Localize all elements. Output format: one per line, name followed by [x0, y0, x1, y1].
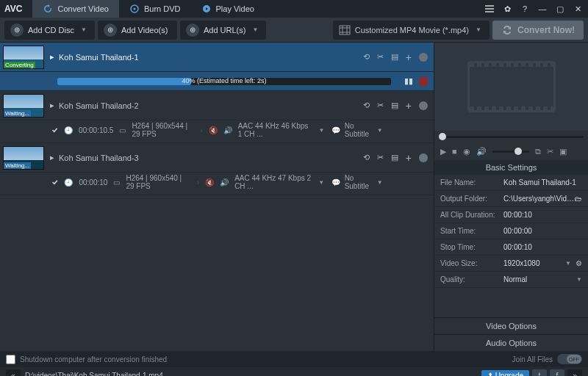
tab-convert-video[interactable]: Convert Video: [32, 0, 119, 18]
mute-icon[interactable]: 🔇: [209, 126, 218, 134]
tab-play-video[interactable]: Play Video: [191, 0, 265, 18]
check-icon: [51, 126, 58, 134]
file-name: Koh Samui Thailand-1: [59, 53, 139, 62]
button-label: Add URL(s): [204, 26, 245, 35]
chevron-down-icon[interactable]: ▼: [565, 260, 571, 267]
edit-icon[interactable]: ▤: [391, 52, 398, 62]
list-item[interactable]: Waiting... ▸Koh Samui Thailand-3 ⟲ ✂ ▤ +: [0, 143, 434, 173]
refresh-icon[interactable]: ⟲: [363, 153, 370, 162]
disc-icon: [129, 4, 140, 14]
list-item[interactable]: Converting ▸Koh Samui Thailand-1 ⟲ ✂ ▤ +: [0, 43, 434, 72]
help-icon[interactable]: ?: [519, 3, 531, 15]
video-icon: ▭: [113, 178, 120, 187]
chevron-down-icon[interactable]: ▼: [79, 26, 89, 33]
play-small-icon: ▸: [50, 52, 54, 62]
remove-icon[interactable]: [419, 53, 428, 62]
upgrade-button[interactable]: ⬆Upgrade: [481, 370, 529, 377]
add-icon[interactable]: +: [406, 100, 412, 112]
gear-icon[interactable]: ⚙: [576, 259, 582, 267]
chevron-down-icon[interactable]: ▼: [250, 26, 260, 33]
menu-icon[interactable]: [484, 3, 495, 15]
join-toggle[interactable]: OFF: [557, 354, 582, 364]
twitter-icon[interactable]: t: [532, 369, 547, 376]
video-info: H264 | 960x544 | 29 FPS: [132, 122, 194, 138]
item-detail: 🕘00:00:10.5 ▭H264 | 960x544 | 29 FPS › 🔇…: [0, 120, 434, 143]
chevron-down-icon[interactable]: ▼: [318, 127, 326, 134]
film-icon: [339, 25, 351, 35]
field-stop-time[interactable]: Stop Time:00:00:10: [434, 239, 588, 256]
clock-icon: 🕘: [64, 178, 73, 187]
audio-options-button[interactable]: Audio Options: [434, 334, 588, 351]
link-icon[interactable]: ⧉: [535, 147, 541, 156]
video-options-button[interactable]: Video Options: [434, 317, 588, 334]
cut-icon[interactable]: ✂: [547, 147, 553, 156]
globe-plus-icon: ⊕: [186, 24, 199, 37]
chevron-down-icon[interactable]: ▼: [318, 179, 326, 186]
chevron-down-icon[interactable]: ▼: [473, 26, 484, 33]
item-detail: 🕘00:00:10 ▭H264 | 960x540 | 29 FPS › 🔇 🔊…: [0, 173, 434, 195]
chevron-down-icon[interactable]: ▼: [376, 127, 384, 134]
add-icon[interactable]: +: [406, 152, 412, 164]
edit-icon[interactable]: ▤: [391, 101, 398, 110]
video-info: H264 | 960x540 | 29 FPS: [126, 174, 190, 190]
remove-icon[interactable]: [419, 101, 428, 110]
svg-rect-3: [340, 26, 350, 35]
edit-icon[interactable]: ▤: [391, 153, 398, 162]
tab-label: Convert Video: [57, 4, 109, 13]
shutdown-checkbox[interactable]: [6, 355, 15, 364]
tab-burn-dvd[interactable]: Burn DVD: [119, 0, 191, 18]
snapshot-icon[interactable]: ◉: [463, 147, 470, 156]
field-video-size[interactable]: Video Size:1920x1080▼⚙: [434, 256, 588, 272]
close-icon[interactable]: ✕: [572, 3, 584, 15]
convert-now-button[interactable]: Convert Now!: [492, 21, 584, 40]
tab-label: Play Video: [216, 4, 254, 13]
thumbnail: Waiting...: [3, 94, 44, 118]
add-urls-button[interactable]: ⊕ Add URL(s) ▼: [180, 21, 266, 40]
check-icon: [51, 178, 58, 187]
prev-button[interactable]: «: [6, 369, 21, 376]
volume-slider[interactable]: [492, 151, 529, 153]
refresh-icon[interactable]: ⟲: [363, 101, 370, 110]
cut-icon[interactable]: ✂: [377, 52, 384, 62]
stop-icon[interactable]: [419, 77, 428, 86]
seek-slider[interactable]: [434, 131, 588, 142]
field-quality[interactable]: Quality:Normal▼: [434, 272, 588, 288]
pause-icon[interactable]: ▮▮: [404, 76, 413, 86]
remove-icon[interactable]: [419, 153, 428, 162]
facebook-icon[interactable]: f: [550, 369, 564, 376]
gear-icon[interactable]: ✿: [501, 3, 513, 15]
refresh-icon[interactable]: ⟲: [363, 52, 370, 62]
file-name: Koh Samui Thailand-3: [59, 153, 139, 162]
play-icon[interactable]: ▶: [440, 147, 446, 156]
speaker-icon: 🔊: [220, 178, 229, 187]
maximize-icon[interactable]: ▢: [554, 3, 566, 15]
field-output-folder[interactable]: Output Folder:C:\Users\yangh\Videos...🗁: [434, 191, 588, 207]
volume-icon[interactable]: 🔊: [476, 147, 487, 156]
cut-icon[interactable]: ✂: [377, 101, 384, 110]
add-videos-button[interactable]: ⊕ Add Video(s): [98, 21, 177, 40]
chevron-down-icon[interactable]: ▼: [376, 179, 384, 186]
thumbnail: Waiting...: [3, 146, 44, 170]
add-icon[interactable]: +: [406, 51, 412, 63]
chevron-down-icon[interactable]: ▼: [576, 276, 582, 283]
settings-header: Basic Settings: [434, 160, 588, 175]
stop-icon[interactable]: ■: [452, 147, 457, 156]
minimize-icon[interactable]: —: [537, 3, 548, 15]
field-start-time[interactable]: Start Time:00:00:00: [434, 223, 588, 239]
list-item[interactable]: Waiting... ▸Koh Samui Thailand-2 ⟲ ✂ ▤ +: [0, 91, 434, 120]
output-profile-select[interactable]: Customized MP4 Movie (*.mp4) ▼: [333, 21, 490, 40]
file-path: D:\videos\Thai\Koh Samui Thailand-1.mp4: [25, 372, 163, 377]
button-label: Add CD Disc: [28, 26, 74, 35]
status-badge: Waiting...: [4, 162, 31, 169]
file-name: Koh Samui Thailand-2: [59, 101, 139, 110]
folder-icon[interactable]: 🗁: [575, 195, 582, 203]
subtitle-icon: 💬: [331, 178, 340, 187]
convert-icon: [501, 24, 513, 36]
film-reel-icon: [467, 61, 556, 112]
speaker-icon: 🔊: [223, 126, 232, 134]
crop-icon[interactable]: ▣: [559, 147, 567, 156]
add-cd-disc-button[interactable]: ⊕ Add CD Disc ▼: [4, 21, 95, 40]
cut-icon[interactable]: ✂: [377, 153, 384, 162]
next-button[interactable]: »: [567, 369, 582, 376]
mute-icon[interactable]: 🔇: [205, 178, 214, 187]
